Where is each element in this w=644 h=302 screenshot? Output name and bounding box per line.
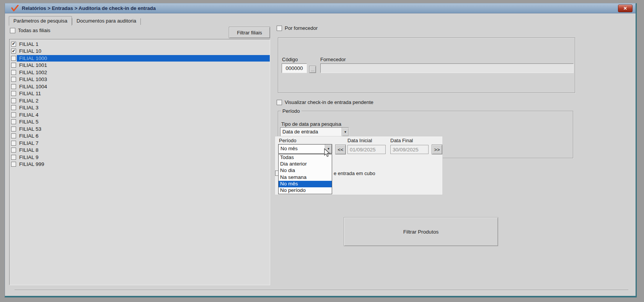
- app-logo-checkmark-icon: [11, 5, 19, 12]
- filial-label: FILIAL 6: [17, 133, 270, 139]
- list-item[interactable]: FILIAL 6: [10, 133, 270, 140]
- periodo-dropdown[interactable]: TodasDia anteriorNo diaNa semanaNo mêsNo…: [278, 154, 332, 194]
- tipo-data-value: Data de entrada: [280, 128, 342, 136]
- data-final-label: Data Final: [390, 138, 413, 143]
- dropdown-option[interactable]: No mês: [279, 181, 332, 187]
- filial-checkbox[interactable]: [11, 162, 16, 167]
- fornecedor-label: Fornecedor: [320, 57, 346, 62]
- filial-label: FILIAL 9: [17, 154, 270, 161]
- list-item[interactable]: FILIAL 10: [10, 48, 270, 55]
- filial-checkbox[interactable]: [11, 112, 16, 117]
- pendente-row: Visualizar check-in de entrada pendente: [277, 99, 373, 105]
- chevron-down-icon: ▼: [327, 147, 330, 151]
- filial-checkbox[interactable]: [11, 63, 16, 68]
- list-item[interactable]: FILIAL 1003: [10, 76, 270, 83]
- list-item[interactable]: FILIAL 1000: [10, 55, 270, 62]
- list-item[interactable]: FILIAL 3: [10, 104, 270, 112]
- list-item[interactable]: FILIAL 11: [10, 90, 270, 97]
- filial-checkbox[interactable]: [11, 70, 16, 75]
- todas-as-filiais-row: Todas as filiais: [10, 28, 51, 33]
- list-item[interactable]: FILIAL 7: [10, 140, 270, 147]
- titlebar[interactable]: Relatórios > Entradas > Auditoria de che…: [5, 3, 636, 13]
- tipo-data-label: Tipo de data para pesquisa: [281, 121, 341, 127]
- list-item[interactable]: FILIAL 1: [10, 41, 270, 48]
- periodo-combobox[interactable]: No mês ▼: [278, 144, 332, 154]
- filtrar-produtos-button[interactable]: Filtrar Produtos: [344, 217, 498, 246]
- list-item[interactable]: FILIAL 5: [10, 119, 270, 126]
- filial-label: FILIAL 7: [17, 140, 270, 146]
- filial-checkbox[interactable]: [11, 119, 16, 124]
- por-fornecedor-checkbox[interactable]: [277, 26, 282, 31]
- filial-checkbox[interactable]: [11, 148, 16, 153]
- previous-period-button[interactable]: <<: [335, 145, 346, 154]
- list-item[interactable]: FILIAL 999: [10, 161, 270, 168]
- filial-label: FILIAL 1002: [17, 69, 270, 76]
- data-final-input[interactable]: 30/09/2025: [390, 145, 429, 154]
- filial-label: FILIAL 8: [17, 147, 270, 153]
- fornecedor-input[interactable]: [320, 63, 574, 73]
- filial-checkbox[interactable]: [11, 98, 16, 103]
- tab-separator: [140, 18, 141, 25]
- filial-label: FILIAL 999: [17, 161, 270, 167]
- filial-checkbox[interactable]: [11, 77, 16, 82]
- periodo-dropdown-button[interactable]: ▼: [325, 145, 332, 153]
- filial-checkbox[interactable]: [11, 91, 16, 96]
- tipo-data-combobox[interactable]: Data de entrada ▼: [280, 127, 349, 136]
- list-item[interactable]: FILIAL 1004: [10, 83, 270, 90]
- filial-label: FILIAL 2: [17, 97, 270, 104]
- filial-checkbox[interactable]: [11, 105, 16, 110]
- todas-as-filiais-label: Todas as filiais: [18, 28, 51, 33]
- periodo-groupbox-legend: Período: [281, 108, 302, 114]
- dropdown-option[interactable]: No dia: [279, 167, 332, 174]
- filtrar-filiais-button[interactable]: Filtrar filiais: [229, 27, 270, 38]
- filial-checkbox[interactable]: [11, 84, 16, 89]
- list-item[interactable]: FILIAL 1002: [10, 69, 270, 76]
- window-title: Relatórios > Entradas > Auditoria de che…: [22, 5, 156, 11]
- pendente-label: Visualizar check-in de entrada pendente: [285, 99, 373, 105]
- list-item[interactable]: FILIAL 4: [10, 111, 270, 119]
- dropdown-option[interactable]: Na semana: [279, 174, 332, 181]
- filial-label: FILIAL 10: [17, 48, 270, 54]
- codigo-input[interactable]: 000000: [282, 63, 307, 73]
- bottom-divider: [15, 290, 628, 291]
- dropdown-option[interactable]: Dia anterior: [279, 161, 332, 167]
- tipo-data-dropdown-button[interactable]: ▼: [342, 128, 349, 136]
- filial-label: FILIAL 53: [17, 126, 270, 132]
- desktop-background: Relatórios > Entradas > Auditoria de che…: [0, 0, 644, 302]
- todas-as-filiais-checkbox[interactable]: [10, 28, 15, 33]
- tab-parametros-de-pesquisa[interactable]: Parâmetros de pesquisa: [9, 16, 72, 26]
- close-button[interactable]: ✕: [618, 5, 633, 12]
- cubo-label-fragment: e entrada em cubo: [334, 170, 375, 176]
- filial-checkbox[interactable]: [11, 42, 16, 47]
- tab-documentos-para-auditoria[interactable]: Documentos para auditoria: [72, 16, 140, 26]
- filial-checkbox[interactable]: [11, 141, 16, 146]
- filial-label: FILIAL 1001: [17, 62, 270, 68]
- dropdown-option[interactable]: No período: [279, 187, 332, 194]
- list-item[interactable]: FILIAL 1001: [10, 62, 270, 69]
- filial-label: FILIAL 1000: [17, 55, 270, 62]
- next-period-button[interactable]: >>: [432, 145, 442, 154]
- list-item[interactable]: FILIAL 2: [10, 97, 270, 104]
- dropdown-option[interactable]: Todas: [279, 154, 332, 161]
- pendente-checkbox[interactable]: [277, 100, 282, 105]
- filial-list[interactable]: FILIAL 1FILIAL 10FILIAL 1000FILIAL 1001F…: [9, 39, 270, 285]
- codigo-label: Código: [282, 57, 298, 62]
- periodo-value: No mês: [279, 145, 325, 153]
- filial-label: FILIAL 11: [17, 90, 270, 97]
- data-inicial-input[interactable]: 01/09/2025: [347, 145, 386, 154]
- filial-checkbox[interactable]: [11, 56, 16, 61]
- filial-checkbox[interactable]: [11, 127, 16, 132]
- filial-checkbox[interactable]: [11, 155, 16, 160]
- list-item[interactable]: FILIAL 8: [10, 147, 270, 154]
- filial-label: FILIAL 3: [17, 104, 270, 111]
- por-fornecedor-label: Por fornecedor: [285, 25, 318, 31]
- filial-label: FILIAL 4: [17, 112, 270, 118]
- list-item[interactable]: FILIAL 9: [10, 154, 270, 161]
- periodo-label: Período: [279, 138, 297, 143]
- list-item[interactable]: FILIAL 53: [10, 125, 270, 133]
- filial-checkbox[interactable]: [11, 49, 16, 54]
- filial-checkbox[interactable]: [11, 133, 16, 138]
- fornecedor-browse-button[interactable]: ...: [309, 66, 316, 73]
- data-inicial-label: Data Inicial: [347, 138, 372, 143]
- por-fornecedor-row: Por fornecedor: [277, 25, 318, 31]
